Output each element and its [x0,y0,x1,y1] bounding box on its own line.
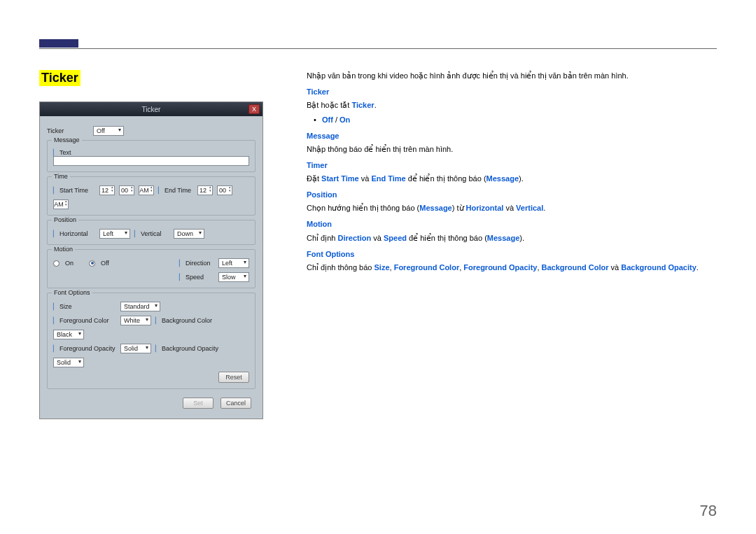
motion-legend: Motion [52,246,75,253]
timer-heading: Timer [307,160,717,171]
start-min[interactable]: 00 [119,185,134,195]
start-hour[interactable]: 12 [99,185,115,195]
vertical-label: Vertical [134,230,169,237]
horizontal-dropdown[interactable]: Left [99,229,130,239]
reset-button[interactable]: Reset [218,372,249,383]
bgcolor-dropdown[interactable]: Black [53,330,84,339]
bgop-dropdown[interactable]: Solid [53,358,84,367]
text-label: Text [53,149,95,156]
header-accent [39,39,78,48]
end-min[interactable]: 00 [217,185,232,195]
close-button[interactable]: X [248,104,260,114]
font-group: Font Options Size Standard Foreground Co… [47,293,255,389]
motion-on-label: On [65,260,74,267]
ticker-heading: Ticker [307,86,717,98]
page-title: Ticker [39,70,80,86]
message-input[interactable] [53,156,249,166]
end-time-label: End Time [158,187,193,194]
message-legend: Message [52,136,82,143]
fgcolor-label: Foreground Color [53,317,116,324]
description-text: Nhập văn bản trong khi video hoặc hình ả… [307,70,717,419]
fgop-dropdown[interactable]: Solid [120,344,151,353]
end-hour[interactable]: 12 [197,185,213,195]
position-heading: Position [307,189,717,201]
ticker-label: Ticker [47,127,89,134]
bgop-label: Background Opacity [155,345,218,352]
start-time-label: Start Time [53,187,95,194]
direction-dropdown[interactable]: Left [218,258,249,268]
motion-off-label: Off [101,260,109,267]
header-divider [39,48,717,49]
fgcolor-dropdown[interactable]: White [120,316,151,325]
intro-text: Nhập văn bản trong khi video hoặc hình ả… [307,70,717,82]
time-group: Time Start Time 12 00 AM End Time 12 00 … [47,176,255,216]
size-label: Size [53,303,116,310]
direction-label: Direction [179,260,214,267]
bgcolor-label: Background Color [155,317,218,324]
horizontal-label: Horizontal [53,230,95,237]
motion-off-radio[interactable] [89,260,95,267]
motion-group: Motion On Off Direction Left Speed Slow [47,249,255,288]
speed-label: Speed [179,274,214,281]
cancel-button[interactable]: Cancel [220,398,251,409]
size-dropdown[interactable]: Standard [120,302,160,311]
vertical-dropdown[interactable]: Down [174,229,204,239]
time-legend: Time [52,173,70,180]
message-heading: Message [307,130,717,142]
set-button[interactable]: Set [183,398,214,409]
position-legend: Position [52,216,78,223]
motion-heading: Motion [307,218,717,230]
dialog-title: Ticker [142,106,161,113]
font-heading: Font Options [307,248,717,260]
start-ampm[interactable]: AM [139,185,154,195]
dialog-titlebar: Ticker X [40,102,262,116]
ticker-dropdown[interactable]: Off [93,126,124,136]
motion-on-radio[interactable] [53,260,59,267]
page-number: 78 [700,502,717,520]
position-group: Position Horizontal Left Vertical Down [47,220,255,245]
ticker-dialog: Ticker X Ticker Off Message Text Time [39,101,263,419]
end-ampm[interactable]: AM [53,199,69,209]
fgop-label: Foreground Opacity [53,345,116,352]
message-group: Message Text [47,140,255,172]
speed-dropdown[interactable]: Slow [218,272,249,282]
font-legend: Font Options [52,289,92,296]
